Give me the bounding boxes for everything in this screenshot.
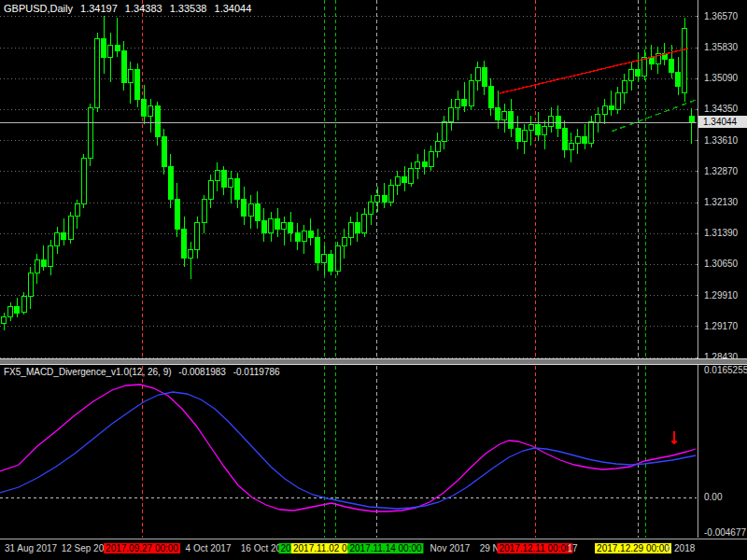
candle bbox=[475, 68, 480, 81]
candle bbox=[602, 105, 607, 114]
candle bbox=[356, 223, 360, 233]
chart-canvas[interactable] bbox=[0, 0, 747, 560]
candle bbox=[529, 124, 533, 131]
candle bbox=[482, 68, 486, 87]
candle bbox=[422, 162, 427, 167]
candle bbox=[536, 124, 541, 134]
candle bbox=[362, 215, 367, 233]
high-value: 1.34383 bbox=[125, 3, 162, 14]
candle bbox=[596, 114, 600, 122]
candle bbox=[102, 38, 106, 57]
candle bbox=[449, 107, 454, 122]
candle bbox=[623, 80, 627, 93]
candle bbox=[261, 220, 266, 233]
candle bbox=[322, 254, 327, 262]
candle bbox=[282, 223, 287, 230]
pane-separator[interactable] bbox=[0, 358, 747, 365]
time-axis[interactable]: 31 Aug 201712 Sep 20172017.09.27 00:004 … bbox=[0, 539, 747, 560]
candle bbox=[342, 237, 346, 245]
candle bbox=[382, 195, 387, 202]
candle bbox=[269, 218, 274, 233]
price-axis-label: 1.36570 bbox=[704, 11, 738, 21]
time-axis-label: 17 bbox=[567, 543, 577, 553]
candle bbox=[248, 203, 253, 217]
candle bbox=[15, 306, 20, 313]
candle bbox=[489, 87, 494, 107]
indicator-axis-label: 0.0165255 bbox=[704, 365, 747, 375]
candle bbox=[95, 38, 100, 107]
candle bbox=[155, 105, 160, 137]
price-axis-label: 1.34350 bbox=[704, 104, 738, 114]
mt4-chart-window: GBPUSD,Daily 1.34197 1.34383 1.33538 1.3… bbox=[0, 0, 747, 560]
candle bbox=[442, 122, 446, 141]
macd-line bbox=[0, 385, 696, 511]
price-axis-label: 1.31390 bbox=[704, 228, 738, 238]
candle bbox=[222, 171, 227, 188]
candle bbox=[235, 179, 240, 200]
sell-arrow-head-icon bbox=[671, 441, 678, 445]
candle bbox=[289, 223, 293, 233]
candle bbox=[35, 260, 39, 273]
close-value: 1.34044 bbox=[215, 3, 252, 14]
candle bbox=[569, 143, 573, 149]
candle bbox=[275, 218, 280, 229]
candle bbox=[429, 151, 433, 166]
price-axis-label: 1.35830 bbox=[704, 42, 738, 52]
candle bbox=[496, 107, 500, 120]
candle bbox=[41, 260, 46, 267]
low-value: 1.33538 bbox=[170, 3, 207, 14]
candle bbox=[55, 233, 60, 245]
candle bbox=[435, 141, 440, 151]
candle bbox=[329, 254, 333, 271]
candle bbox=[308, 231, 313, 238]
candle bbox=[215, 171, 219, 181]
time-axis-label: 4 Oct 2017 bbox=[186, 543, 232, 553]
candle bbox=[589, 122, 594, 143]
price-axis-label: 1.29170 bbox=[704, 321, 738, 331]
candle bbox=[669, 60, 674, 72]
candle bbox=[683, 28, 687, 93]
candle bbox=[182, 229, 187, 258]
price-axis-label: 1.32870 bbox=[704, 166, 738, 176]
divergence-date-label: 2017.11.14 00:00 bbox=[347, 543, 423, 553]
open-value: 1.34197 bbox=[80, 3, 118, 14]
candle bbox=[609, 105, 613, 110]
candle bbox=[689, 116, 694, 122]
candle bbox=[562, 129, 567, 149]
candle bbox=[242, 200, 247, 217]
candle bbox=[302, 231, 306, 242]
candle bbox=[375, 195, 380, 202]
indicator-label: FX5_MACD_Divergence_v1.0(12, 26, 9) -0.0… bbox=[4, 367, 285, 377]
candle bbox=[135, 70, 140, 99]
candle bbox=[75, 203, 79, 217]
candle bbox=[108, 45, 113, 58]
candle bbox=[21, 296, 26, 313]
candle bbox=[148, 105, 153, 116]
candle bbox=[549, 116, 554, 126]
trendline-green[interactable] bbox=[612, 100, 696, 132]
candle bbox=[416, 162, 420, 169]
candle bbox=[575, 137, 580, 144]
candle bbox=[295, 233, 300, 242]
candle bbox=[676, 72, 681, 87]
price-axis-label: 1.29910 bbox=[704, 290, 738, 301]
candle bbox=[8, 306, 13, 316]
trendline-red[interactable] bbox=[500, 49, 688, 93]
price-axis[interactable]: 1.365701.358301.350901.343501.336101.328… bbox=[698, 0, 747, 538]
candle bbox=[369, 202, 374, 215]
indicator-value-1: -0.0081983 bbox=[178, 367, 226, 377]
time-axis-label: n 2018 bbox=[667, 543, 696, 553]
price-axis-label: 1.30650 bbox=[704, 259, 738, 269]
candle bbox=[189, 250, 193, 259]
candle bbox=[462, 99, 467, 105]
divergence-date-label: 2017.12.29 00:00 bbox=[595, 543, 671, 553]
indicator-axis-label: 0.00 bbox=[704, 492, 722, 502]
candle bbox=[128, 70, 133, 83]
candle bbox=[515, 129, 520, 142]
symbol-period-label: GBPUSD,Daily bbox=[4, 3, 73, 14]
candle bbox=[583, 137, 587, 144]
symbol-ohlc-header: GBPUSD,Daily 1.34197 1.34383 1.33538 1.3… bbox=[4, 3, 256, 14]
candle bbox=[202, 200, 206, 223]
candle bbox=[168, 166, 173, 200]
divergence-date-label: 2017.12.11 00:00 bbox=[497, 543, 572, 553]
